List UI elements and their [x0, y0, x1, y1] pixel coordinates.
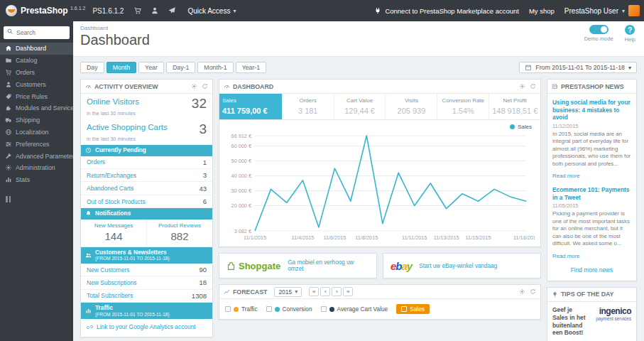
ebay-link[interactable]: Start uw eBay-winkel vandaag: [419, 263, 497, 269]
sidebar-item-orders[interactable]: Orders: [0, 67, 73, 79]
sales-legend-label: Sales: [518, 124, 532, 130]
shop-name: PS1.6.1.2: [92, 7, 124, 15]
news-panel-title: PRESTASHOP NEWS: [561, 83, 624, 90]
refresh-icon[interactable]: [530, 288, 536, 295]
sidebar-item-stats[interactable]: Stats: [0, 174, 73, 186]
sidebar-item-localization[interactable]: Localization: [0, 126, 73, 139]
sidebar-item-administration[interactable]: Administration: [0, 162, 73, 174]
date-range-picker[interactable]: From 2015-11-01 To 2015-11-18 ▾: [519, 62, 637, 73]
folder-icon: [5, 57, 12, 64]
help-icon[interactable]: ?: [625, 25, 635, 35]
sidebar-item-shipping[interactable]: Shipping: [0, 114, 73, 126]
shop-cart-button[interactable]: [129, 0, 146, 21]
forecast-legend-conversion[interactable]: Conversion: [266, 305, 312, 313]
sidebar-item-price-rules[interactable]: Price Rules: [0, 90, 73, 102]
chevron-down-icon: ▾: [233, 8, 236, 14]
new-customers-link[interactable]: New Customers: [87, 266, 129, 274]
modules-upload-button[interactable]: [163, 0, 180, 21]
forecast-first-button[interactable]: «: [309, 287, 319, 296]
clock-icon: [85, 147, 92, 153]
forecast-prev-button[interactable]: ‹: [320, 287, 330, 296]
pending-orders-link[interactable]: Orders: [87, 158, 105, 166]
shopgate-link[interactable]: Ga mobiel en verhoog uw omzet: [288, 259, 369, 272]
new-subscriptions-link[interactable]: New Subscriptions: [87, 279, 136, 286]
forecast-legend-average-cart-value[interactable]: Average Cart Value: [321, 305, 388, 313]
filter-month-1-button[interactable]: Month-1: [197, 62, 233, 73]
new-messages-cell[interactable]: New Messages 144: [81, 220, 146, 247]
sidebar-item-advanced-parameters[interactable]: Advanced Parameters: [0, 150, 73, 162]
kpi-orders[interactable]: Orders 3 181: [283, 94, 334, 119]
conversion-checkbox[interactable]: [266, 306, 272, 312]
kpi-net-profit-label: Net Profit: [492, 97, 537, 104]
gear-icon[interactable]: [519, 83, 525, 90]
sidebar-item-catalog[interactable]: Catalog: [0, 55, 73, 67]
wrench-icon: [5, 153, 12, 160]
out-of-stock-link[interactable]: Out of Stock Products: [87, 198, 146, 205]
total-subscribers-link[interactable]: Total Subscribers: [87, 292, 133, 299]
sidebar-item-modules[interactable]: Modules and Services: [0, 102, 73, 114]
filter-year-1-button[interactable]: Year-1: [236, 62, 267, 73]
google-analytics-link[interactable]: Link to your Google Analytics account: [81, 319, 212, 337]
news-body: Using social media for your business: 4 …: [547, 94, 636, 281]
refresh-icon[interactable]: [530, 83, 536, 90]
sidebar-collapse-button[interactable]: [6, 196, 73, 202]
product-reviews-cell[interactable]: Product Reviews 882: [146, 220, 212, 247]
forecast-year-select[interactable]: 2015 ▾: [274, 287, 302, 297]
my-shop-link[interactable]: My shop: [529, 7, 555, 15]
user-icon: [151, 6, 159, 15]
read-more-link[interactable]: Read more: [552, 173, 580, 179]
abandoned-carts-link[interactable]: Abandoned Carts: [87, 185, 133, 192]
average-cart-value-checkbox[interactable]: [321, 306, 327, 312]
news-panel-header: PRESTASHOP NEWS: [547, 80, 636, 94]
kpi-sales-value: 411 759,00 €: [222, 107, 279, 115]
customer-service-button[interactable]: [146, 0, 163, 21]
sidebar-item-dashboard[interactable]: Dashboard: [0, 43, 73, 55]
marketplace-link[interactable]: Connect to PrestaShop Marketplace accoun…: [374, 7, 519, 15]
traffic-header: Traffic(FROM 2015-11-01 TO 2015-11-18): [81, 303, 212, 319]
pending-orders-value: 1: [203, 158, 207, 166]
quick-access-menu[interactable]: Quick Access ▾: [180, 0, 243, 21]
shopgate-logo-text: Shopgate: [239, 261, 280, 271]
kpi-conversion-rate[interactable]: Conversion Rate 1.54%: [437, 94, 489, 119]
news-article-title[interactable]: Using social media for your business: 4 …: [552, 99, 631, 121]
currently-pending-title: Currently Pending: [95, 147, 146, 154]
filter-year-button[interactable]: Year: [138, 62, 164, 73]
forecast-legend-sales[interactable]: Sales: [396, 304, 430, 314]
ebay-letter: a: [402, 260, 407, 272]
find-more-news-link[interactable]: Find more news: [552, 264, 631, 279]
traffic-checkbox[interactable]: [225, 306, 231, 312]
prestashop-logo[interactable]: PrestaShop 1.6.1.2: [0, 5, 91, 16]
pending-row-orders: Orders1: [81, 156, 212, 169]
active-carts-link[interactable]: Active Shopping Carts: [87, 123, 168, 131]
pending-returns-link[interactable]: Return/Exchanges: [87, 172, 136, 179]
demo-mode-toggle[interactable]: [589, 25, 608, 34]
filter-month-button[interactable]: Month: [107, 62, 136, 73]
filter-day-1-button[interactable]: Day-1: [166, 62, 195, 73]
kpi-sales[interactable]: Sales 411 759,00 €: [219, 94, 283, 119]
gear-icon[interactable]: [191, 83, 197, 90]
sidebar-item-preferences[interactable]: Preferences: [0, 138, 73, 150]
filter-day-button[interactable]: Day: [80, 62, 104, 73]
forecast-next-button[interactable]: ›: [332, 287, 342, 296]
sales-chart: Sales 66 912 €60 000 €50 000 €40 000 €30…: [219, 120, 540, 247]
kpi-orders-label: Orders: [285, 97, 331, 104]
news-article-title[interactable]: Ecommerce 101: Payments in a Tweet: [552, 186, 631, 201]
read-more-link[interactable]: Read more: [552, 253, 580, 259]
refresh-icon[interactable]: [202, 83, 208, 90]
user-menu[interactable]: PrestaShop User ▾: [564, 5, 640, 16]
dashboard-columns: ACTIVITY OVERVIEW Online Visitors 32 in …: [73, 77, 644, 341]
online-visitors-link[interactable]: Online Visitors: [87, 97, 139, 106]
sales-checkbox[interactable]: [401, 306, 407, 312]
chart-icon: [5, 176, 12, 183]
news-article-date: 11/05/2015: [552, 202, 631, 209]
forecast-legend-traffic[interactable]: Traffic: [225, 305, 258, 313]
kpi-cart-value[interactable]: Cart Value 129,44 €: [334, 94, 386, 119]
kpi-net-profit[interactable]: Net Profit 148 918,51 €: [489, 94, 540, 119]
sidebar-item-customers[interactable]: Customers: [0, 78, 73, 90]
sidebar: Dashboard Catalog Orders Customers Price…: [0, 21, 73, 341]
gear-icon[interactable]: [519, 288, 525, 295]
kpi-visits[interactable]: Visits 205 939: [386, 94, 437, 119]
tips-heading: Geef je Sales in het buitenland een Boos…: [552, 306, 587, 337]
sales-chart-legend[interactable]: Sales: [510, 124, 532, 130]
forecast-last-button[interactable]: »: [343, 287, 353, 296]
